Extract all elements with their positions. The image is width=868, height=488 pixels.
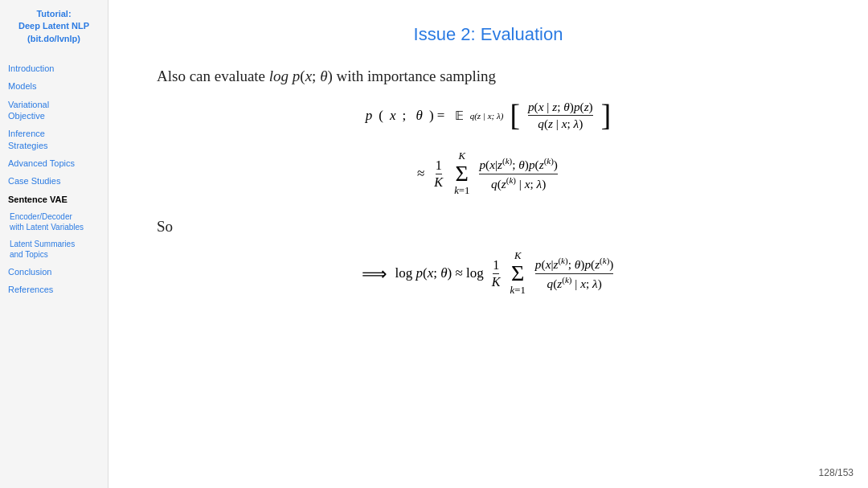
page-number: 128/153: [819, 467, 854, 478]
equation-block-1: p(x; θ) = 𝔼q(z | x; λ) [ p(x | z; θ)p(z)…: [157, 93, 820, 203]
sidebar-item-models[interactable]: Models: [6, 77, 101, 95]
sidebar: Tutorial:Deep Latent NLP(bit.do/lvnlp) I…: [0, 0, 108, 488]
sidebar-item-advanced[interactable]: Advanced Topics: [6, 154, 101, 172]
sidebar-item-latent-summaries[interactable]: Latent Summariesand Topics: [6, 236, 101, 263]
so-text: So: [157, 218, 820, 236]
slide-title: Issue 2: Evaluation: [157, 24, 820, 45]
equation-block-2: ⟹ log p(x; θ) ≈ log 1 K K Σ k=1 p(x|z(k)…: [157, 244, 820, 303]
sidebar-item-sentence-vae[interactable]: Sentence VAE: [6, 191, 101, 208]
sidebar-item-conclusion[interactable]: Conclusion: [6, 263, 101, 281]
sidebar-item-references[interactable]: References: [6, 281, 101, 298]
sidebar-item-inference[interactable]: InferenceStrategies: [6, 125, 101, 154]
sidebar-item-case-studies[interactable]: Case Studies: [6, 172, 101, 190]
sidebar-item-introduction[interactable]: Introduction: [6, 59, 101, 77]
sidebar-item-variational[interactable]: VariationalObjective: [6, 96, 101, 125]
sidebar-item-encoder-decoder[interactable]: Encoder/Decoderwith Latent Variables: [6, 208, 101, 236]
sidebar-title: Tutorial:Deep Latent NLP(bit.do/lvnlp): [6, 8, 101, 45]
main-content: Issue 2: Evaluation Also can evaluate lo…: [108, 0, 868, 488]
intro-line: Also can evaluate log p(x; θ) with impor…: [157, 68, 820, 85]
